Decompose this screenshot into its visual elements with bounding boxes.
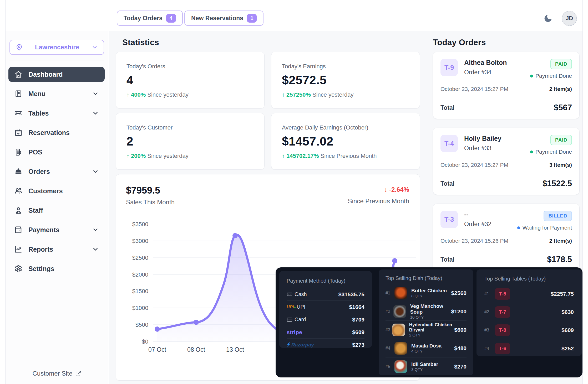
payment-label: UPI bbox=[297, 304, 305, 310]
y-tick: $3000 bbox=[132, 238, 148, 244]
sidebar-item-label: Dashboard bbox=[28, 71, 99, 78]
payment-row: stripe $609 bbox=[287, 326, 364, 339]
order-card[interactable]: T-3 -- Order #32 BILLED Waiting for Paym… bbox=[433, 204, 580, 271]
chevron-down-icon bbox=[92, 226, 99, 233]
card-divider bbox=[440, 250, 572, 250]
payment-label: Card bbox=[295, 316, 306, 323]
location-chevron-down-icon bbox=[92, 44, 98, 50]
cloche-icon bbox=[14, 167, 23, 176]
stat-card-average-daily-earnings: Average Daily Earnings (October) $1457.0… bbox=[271, 113, 420, 170]
order-items-count: 2 Item(s) bbox=[549, 86, 572, 92]
sidebar-item-settings[interactable]: Settings bbox=[8, 259, 105, 278]
top-selling-tables-panel: Top Selling Tables (Today) #1 T-5 $2257.… bbox=[477, 269, 582, 356]
table-rank: #1 bbox=[484, 292, 493, 296]
stat-title: Today's Customer bbox=[126, 124, 254, 131]
today-orders-button[interactable]: Today Orders 4 bbox=[117, 11, 183, 26]
sidebar-item-menu[interactable]: Menu bbox=[8, 84, 105, 103]
sidebar-divider bbox=[9, 60, 104, 60]
customer-site-label: Customer Site bbox=[32, 370, 72, 377]
table-badge: T-5 bbox=[495, 288, 510, 300]
sales-change-label: Since Previous Month bbox=[348, 198, 409, 205]
wallet-icon bbox=[14, 226, 23, 234]
payment-value: $609 bbox=[352, 329, 364, 335]
order-card[interactable]: T-4 Holly Bailey Order #33 PAID Payment … bbox=[433, 128, 580, 195]
payment-label: Cash bbox=[295, 291, 307, 297]
stat-card-todays-customer: Today's Customer 2 ↑200%Since yesterday bbox=[116, 113, 265, 170]
dish-row: #1 Butter Chicken8 QTY $2560 bbox=[386, 284, 467, 302]
customer-site-link[interactable]: Customer Site bbox=[6, 370, 108, 377]
order-items-count: 3 Item(s) bbox=[549, 162, 572, 168]
sidebar-item-tables[interactable]: Tables bbox=[8, 103, 105, 123]
dish-value: $2560 bbox=[451, 290, 467, 296]
dish-rank: #2 bbox=[386, 309, 393, 314]
statistics-heading: Statistics bbox=[122, 38, 159, 47]
dish-qty: 3 QTY bbox=[411, 367, 423, 372]
stat-delta: ↑400%Since yesterday bbox=[126, 91, 254, 98]
data-point[interactable] bbox=[155, 326, 160, 332]
dish-row: #2 Veg Manchow Soup10 QTY $1200 bbox=[386, 302, 467, 321]
dish-name: Veg Manchow Soup bbox=[410, 303, 443, 315]
sidebar-item-dashboard[interactable]: Dashboard bbox=[8, 67, 105, 82]
status-dot-icon bbox=[517, 226, 520, 229]
payment-method-title: Payment Method (Today) bbox=[287, 278, 364, 284]
payment-status: Waiting for Payment bbox=[517, 225, 572, 231]
stat-value: $2572.5 bbox=[282, 73, 409, 87]
dish-qty: 10 QTY bbox=[410, 315, 424, 319]
sidebar-item-staff[interactable]: Staff bbox=[8, 201, 105, 220]
sales-change: ↓ -2.64% bbox=[384, 186, 409, 193]
new-reservations-button[interactable]: New Reservations 1 bbox=[184, 11, 263, 26]
card-icon bbox=[287, 317, 295, 323]
dish-name: Idli Sambar bbox=[411, 361, 438, 367]
location-select[interactable]: Lawrenceshire bbox=[9, 40, 104, 55]
sidebar-item-reports[interactable]: Reports bbox=[8, 240, 105, 259]
sidebar-nav: Dashboard Menu Tables bbox=[8, 65, 105, 278]
payment-value: $273 bbox=[352, 342, 364, 348]
chart-icon bbox=[14, 245, 23, 253]
stat-title: Today's Orders bbox=[126, 63, 254, 70]
sidebar-item-orders[interactable]: Orders bbox=[8, 162, 105, 181]
user-avatar[interactable]: JD bbox=[562, 11, 577, 26]
razorpay-logo bbox=[287, 343, 291, 347]
order-number: Order #33 bbox=[464, 145, 501, 152]
y-tick: $1000 bbox=[132, 305, 148, 311]
data-point[interactable] bbox=[392, 258, 397, 263]
dark-mode-toggle[interactable] bbox=[542, 13, 554, 24]
location-label: Lawrenceshire bbox=[23, 44, 92, 51]
card-divider bbox=[440, 174, 572, 174]
x-tick: 07 Oct bbox=[148, 346, 166, 353]
dish-qty: 8 QTY bbox=[411, 294, 423, 298]
order-card[interactable]: T-9 Althea Bolton Order #34 PAID Payment… bbox=[433, 52, 580, 119]
home-icon bbox=[14, 70, 23, 79]
table-value: $609 bbox=[561, 327, 574, 333]
order-total: $178.5 bbox=[547, 255, 572, 264]
order-number: Order #32 bbox=[464, 221, 491, 228]
table-value: $630 bbox=[561, 309, 574, 315]
top-selling-dish-panel: Top Selling Dish (Today) #1 Butter Chick… bbox=[379, 269, 473, 375]
up-arrow-icon: ↑ bbox=[126, 153, 129, 159]
sidebar-item-pos[interactable]: POS bbox=[8, 142, 105, 162]
sidebar-item-label: Payments bbox=[28, 226, 86, 234]
total-label: Total bbox=[440, 104, 454, 111]
sidebar-item-reservations[interactable]: Reservations bbox=[8, 123, 105, 142]
dish-rank: #4 bbox=[386, 346, 394, 351]
stat-value: 4 bbox=[126, 73, 254, 87]
dish-rank: #5 bbox=[386, 364, 394, 369]
data-point[interactable] bbox=[194, 320, 199, 325]
y-tick: $3500 bbox=[132, 221, 148, 227]
dish-rank: #1 bbox=[386, 291, 394, 295]
order-date: October 23, 2024 15:27 PM bbox=[440, 162, 508, 168]
sidebar-item-customers[interactable]: Customers bbox=[8, 181, 105, 201]
cash-icon bbox=[287, 292, 295, 297]
data-point[interactable] bbox=[232, 233, 238, 238]
order-date: October 23, 2024 15:27 PM bbox=[440, 86, 508, 92]
today-orders-count-badge: 4 bbox=[166, 14, 176, 23]
dish-value: $270 bbox=[454, 364, 467, 370]
dish-photo bbox=[393, 305, 406, 318]
sidebar-item-payments[interactable]: Payments bbox=[8, 220, 105, 240]
dish-rank: #3 bbox=[386, 328, 392, 332]
dish-photo bbox=[394, 342, 407, 355]
payment-value: $31535.75 bbox=[338, 291, 364, 298]
stat-card-todays-earnings: Today's Earnings $2572.5 ↑257250%Since y… bbox=[271, 52, 420, 108]
status-badge: PAID bbox=[550, 59, 572, 69]
new-reservations-count-badge: 1 bbox=[247, 14, 257, 23]
